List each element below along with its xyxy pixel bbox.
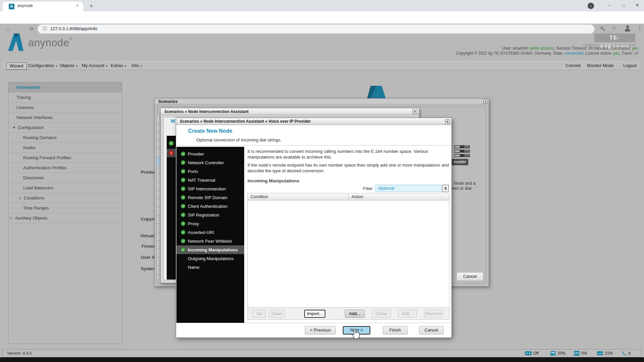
step-done-icon: ✓: [181, 169, 185, 174]
sidebar-item-time-ranges[interactable]: Time Ranges: [8, 203, 122, 213]
sidebar-item-routing-forward-profiles[interactable]: Routing Forward Profiles: [8, 153, 122, 163]
profile-avatar-icon[interactable]: [624, 25, 631, 32]
edit-button[interactable]: Edit...: [398, 310, 417, 318]
assistant-close-icon[interactable]: X: [413, 109, 417, 114]
server-stack-icon: •••: [454, 149, 470, 153]
tree-collapsed-icon[interactable]: ▷: [19, 196, 22, 200]
menu-extras[interactable]: Extras▾: [111, 63, 126, 68]
create-node-dialog: Scenarios » Node Interconnection Assista…: [176, 118, 452, 338]
table-body-empty[interactable]: [248, 200, 449, 307]
chevron-down-icon: ▾: [56, 64, 57, 68]
clone-button[interactable]: Clone: [372, 310, 391, 318]
scenarios-close-icon[interactable]: X: [483, 99, 488, 104]
session-info: User: anadmin (write access), Session Ti…: [456, 46, 638, 56]
wizard-titlebar[interactable]: Scenarios » Node Interconnection Assista…: [176, 118, 451, 125]
step-sip-interconnection[interactable]: ✓SIP Interconnection: [176, 184, 244, 193]
reload-icon[interactable]: ⟳: [28, 25, 36, 33]
step-asserted-uri[interactable]: ✓Asserted-URI: [176, 228, 244, 237]
window-maximize-button[interactable]: □: [616, 0, 631, 11]
sidebar-item-authentication-profiles[interactable]: Authentication Profiles: [8, 163, 122, 173]
step-sip-registration[interactable]: ✓SIP Registration: [176, 210, 244, 219]
sidebar-item-conditions[interactable]: ▷Conditions: [8, 193, 122, 203]
scenarios-selection-fragment: [157, 157, 160, 165]
menu-objects[interactable]: Objects▾: [60, 63, 78, 68]
step-proxy[interactable]: ✓Proxy: [176, 219, 244, 228]
step-done-icon: ✓: [181, 213, 185, 217]
sidebar-item-information[interactable]: Information: [8, 82, 122, 93]
step-network-controller[interactable]: ✓Network Controller: [176, 158, 244, 167]
sidebar-item-network-interfaces[interactable]: Network Interfaces: [8, 113, 122, 123]
wizard-close-icon[interactable]: X: [445, 119, 450, 124]
tree-collapsed-icon[interactable]: ▷: [10, 216, 13, 220]
menu-configuration[interactable]: Configuration▾: [28, 63, 57, 68]
scenarios-titlebar[interactable]: Scenarios: [155, 99, 489, 104]
scenarios-cancel-button[interactable]: Cancel: [457, 272, 483, 281]
filter-label: Filter: [356, 186, 373, 191]
browser-tab[interactable]: [3, 2, 83, 11]
step-nat-traversal[interactable]: ✓NAT Traversal: [176, 176, 244, 184]
filter-clear-button[interactable]: X: [442, 185, 449, 192]
window-minimize-button[interactable]: –: [602, 0, 616, 11]
finish-button[interactable]: Finish: [383, 326, 408, 335]
menu-commit[interactable]: Commit: [566, 63, 581, 68]
import-button[interactable]: Import...: [304, 310, 325, 318]
step-remote-sip-domain[interactable]: ✓Remote SIP Domain: [176, 193, 244, 202]
bookmark-star-icon[interactable]: ☆: [612, 25, 616, 31]
sidebar-item-routing-domains[interactable]: Routing Domains: [8, 133, 122, 143]
site-info-icon[interactable]: ⓘ: [43, 26, 47, 32]
url-text[interactable]: 127.0.0.1:8088/app#info: [50, 26, 97, 31]
step-outgoing-manipulations[interactable]: Outgoing Manipulations: [176, 254, 244, 263]
window-close-button[interactable]: ✕: [631, 0, 644, 11]
password-key-icon[interactable]: [600, 26, 606, 32]
new-tab-button[interactable]: +: [87, 2, 95, 10]
step-done-icon: ✓: [181, 178, 185, 182]
step-client-authentication[interactable]: ✓Client Authentication: [176, 202, 244, 210]
sidebar-item-tracing[interactable]: Tracing: [8, 93, 122, 103]
sidebar-item-configuration[interactable]: ▼Configuration: [8, 123, 122, 133]
step-name[interactable]: Name: [176, 263, 244, 272]
menu-my-account[interactable]: My Account▾: [82, 63, 108, 68]
status-bar: Version: 4.4.5 Off 20% CPU0% 31% 0: [3, 349, 641, 357]
sidebar-item-licenses[interactable]: Licenses: [8, 103, 122, 113]
sidebar-item-nodes[interactable]: Nodes: [8, 143, 122, 153]
tab-close-icon[interactable]: ×: [74, 3, 80, 9]
add-button[interactable]: Add...: [345, 310, 365, 318]
back-icon[interactable]: ←: [5, 25, 13, 33]
step-network-peer-whitelist[interactable]: ✓Network Peer Whitelist: [176, 237, 244, 245]
tree-expanded-icon[interactable]: ▼: [12, 126, 16, 129]
cpu-icon: CPU: [574, 351, 580, 356]
assistant-heading-fragment: M: [171, 118, 175, 124]
previous-button[interactable]: < Previous: [305, 326, 336, 335]
bg-anynode-mark: [364, 86, 386, 99]
address-bar[interactable]: [38, 24, 594, 34]
manipulations-table: Condition Action Up Down Import... Add..…: [248, 193, 449, 320]
wizard-steps-panel: ✓Provider ✓Network Controller ✓Ports ✓NA…: [176, 147, 244, 323]
scenarios-list-edge: [156, 115, 160, 279]
remove-button[interactable]: Remove: [424, 310, 443, 318]
forward-icon[interactable]: →: [16, 25, 24, 33]
filter-input[interactable]: [375, 185, 442, 192]
column-condition: Condition: [251, 194, 268, 199]
step-incoming-manipulations[interactable]: ✓Incoming Manipulations: [176, 245, 244, 254]
sidebar-item-load-balancers[interactable]: Load Balancers: [8, 183, 122, 193]
sidebar-item-directories[interactable]: Directories: [8, 173, 122, 183]
anynode-favicon-icon: A: [9, 4, 14, 9]
down-button[interactable]: Down: [269, 310, 285, 318]
menu-logout[interactable]: Logout: [623, 63, 637, 68]
chevron-down-icon: ▾: [106, 64, 108, 68]
provider-scenario-badge: rovider: [452, 159, 468, 165]
browser-menu-icon[interactable]: ⋮: [637, 25, 642, 32]
assistant-titlebar[interactable]: Scenarios » Node Interconnection Assista…: [161, 108, 419, 115]
menu-info[interactable]: Info▾: [131, 63, 142, 68]
step-provider[interactable]: ✓Provider: [176, 149, 244, 158]
bottom-strip: [0, 357, 644, 362]
cpu-usage: CPU0%: [574, 351, 587, 356]
up-button[interactable]: Up: [252, 310, 266, 318]
menu-wizard[interactable]: Wizard: [6, 62, 27, 70]
step-ports[interactable]: ✓Ports: [176, 167, 244, 176]
menu-monitor-mode[interactable]: Monitor Mode: [587, 63, 613, 68]
cancel-button[interactable]: Cancel: [419, 326, 444, 335]
sidebar-item-auxiliary-objects[interactable]: ▷Auxiliary Objects: [8, 213, 122, 223]
browser-badge-icon[interactable]: ⌄: [588, 3, 594, 9]
disk-icon: [550, 351, 556, 356]
